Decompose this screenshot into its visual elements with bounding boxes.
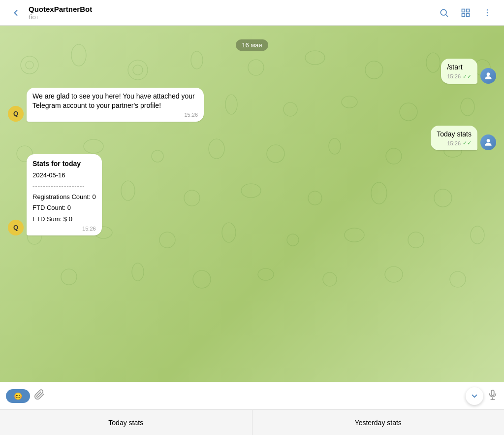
stats-ftd-sum-value: 0 xyxy=(69,215,72,223)
stats-ftd-count-label: FTD Count: xyxy=(32,204,65,211)
msg-stats-time: 15:26 xyxy=(82,226,96,232)
svg-rect-5 xyxy=(467,13,470,16)
msg-today-cmd-row: Today stats 15:26 ✓✓ xyxy=(8,126,496,151)
svg-point-58 xyxy=(487,72,490,76)
user-avatar-today xyxy=(480,134,496,150)
msg-today-cmd-text: Today stats xyxy=(437,130,472,139)
date-badge: 16 мая xyxy=(236,39,268,51)
svg-rect-2 xyxy=(462,9,465,12)
msg-start-row: /start 15:26 ✓✓ xyxy=(8,59,496,84)
msg-today-cmd-meta: 15:26 ✓✓ xyxy=(437,140,472,146)
svg-line-1 xyxy=(446,14,448,16)
chat-info: QuotexPartnerBot бот xyxy=(24,5,435,21)
more-icon[interactable] xyxy=(478,4,496,22)
msg-stats-bubble: Stats for today 2024-05-16 -------------… xyxy=(27,154,102,235)
svg-point-0 xyxy=(441,9,446,15)
stats-card: Stats for today 2024-05-16 -------------… xyxy=(32,158,96,224)
msg-welcome-text: We are glad to see you here! You have at… xyxy=(32,92,198,111)
scroll-down-button[interactable] xyxy=(466,387,483,405)
mic-icon[interactable] xyxy=(487,389,498,403)
stats-ftd-count-value: 0 xyxy=(67,204,71,211)
msg-start-check: ✓✓ xyxy=(463,73,472,80)
stats-title: Stats for today xyxy=(32,158,96,170)
msg-today-cmd-bubble: Today stats 15:26 ✓✓ xyxy=(431,126,477,151)
bot-avatar-welcome: Q xyxy=(8,106,24,122)
stats-ftd-count: FTD Count: 0 xyxy=(32,202,96,213)
stats-divider: -------------------- xyxy=(32,181,96,192)
today-stats-button[interactable]: Today stats xyxy=(0,410,252,435)
svg-point-8 xyxy=(487,15,488,16)
stats-date: 2024-05-16 xyxy=(32,170,96,181)
user-avatar-out xyxy=(480,68,496,84)
stats-registrations: Registrations Count: 0 xyxy=(32,192,96,202)
svg-point-7 xyxy=(487,12,488,13)
layout-icon[interactable] xyxy=(457,4,474,22)
stats-ftd-sum-label: FTD Sum: $ xyxy=(32,215,67,223)
msg-today-cmd-time: 15:26 xyxy=(447,140,461,146)
input-area: 😊 xyxy=(0,382,504,409)
header-actions xyxy=(435,4,496,22)
chat-header: QuotexPartnerBot бот xyxy=(0,0,504,26)
svg-rect-60 xyxy=(491,390,494,395)
stats-reg-value: 0 xyxy=(92,193,95,201)
msg-welcome-time: 15:26 xyxy=(184,112,198,118)
bottom-buttons: Today stats Yesterday stats xyxy=(0,409,504,435)
msg-welcome-row: Q We are glad to see you here! You have … xyxy=(8,88,496,122)
svg-point-59 xyxy=(487,139,490,143)
msg-start-text: /start xyxy=(447,63,472,72)
msg-start-meta: 15:26 ✓✓ xyxy=(447,73,472,80)
bot-avatar-stats: Q xyxy=(8,220,24,235)
chat-messages: 16 мая /start 15:26 ✓✓ Q We are glad to … xyxy=(0,26,504,382)
attach-icon[interactable] xyxy=(34,389,45,402)
chat-area: 16 мая /start 15:26 ✓✓ Q We are glad to … xyxy=(0,26,504,382)
stats-ftd-sum: FTD Sum: $ 0 xyxy=(32,214,96,225)
yesterday-stats-button[interactable]: Yesterday stats xyxy=(252,410,504,435)
msg-start-time: 15:26 xyxy=(447,73,461,79)
search-icon[interactable] xyxy=(435,4,453,22)
msg-start-bubble: /start 15:26 ✓✓ xyxy=(441,59,477,84)
svg-rect-3 xyxy=(467,9,470,12)
msg-welcome-bubble: We are glad to see you here! You have at… xyxy=(27,88,204,122)
msg-welcome-meta: 15:26 xyxy=(32,112,198,118)
voice-or-emoji-button[interactable]: 😊 xyxy=(6,389,30,403)
svg-rect-4 xyxy=(462,13,465,16)
bot-status: бот xyxy=(29,13,435,21)
svg-point-6 xyxy=(487,9,488,10)
msg-stats-row: Q Stats for today 2024-05-16 -----------… xyxy=(8,154,496,235)
bot-name: QuotexPartnerBot xyxy=(29,5,435,13)
back-button[interactable] xyxy=(8,5,24,21)
msg-stats-meta: 15:26 xyxy=(32,226,96,232)
msg-today-cmd-check: ✓✓ xyxy=(463,140,472,146)
stats-reg-label: Registrations Count: xyxy=(32,193,91,201)
